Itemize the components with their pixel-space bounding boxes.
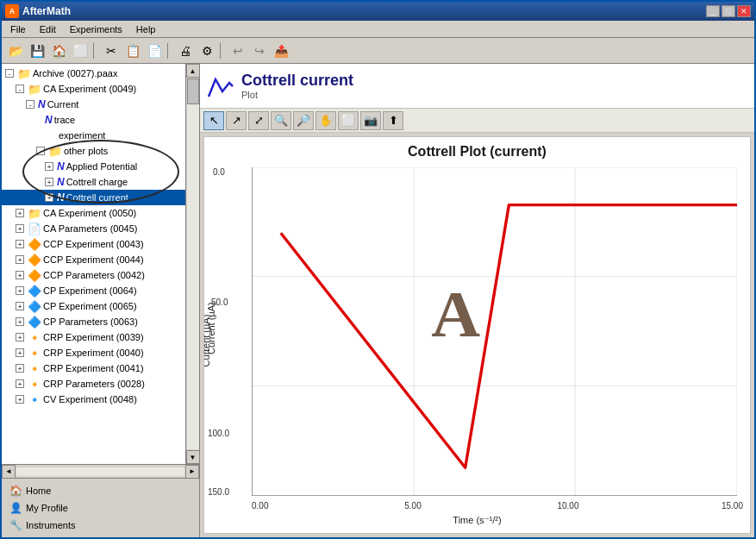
expand-crp0040[interactable]: + xyxy=(16,348,24,357)
nav-home[interactable]: 🏠 Home xyxy=(5,482,196,499)
tree-label-experiment: experiment xyxy=(59,130,105,141)
tree-item-cp0064[interactable]: + 🔷 CP Experiment (0064) xyxy=(2,283,185,298)
tree-item-ccp0044[interactable]: + 🔶 CCP Experiment (0044) xyxy=(2,252,185,267)
nav-instruments[interactable]: 🔧 Instruments xyxy=(5,517,196,534)
expand-archive[interactable]: - xyxy=(5,69,14,78)
tree-item-ca0049[interactable]: - 📁 CA Experiment (0049) xyxy=(2,81,185,97)
tree-item-cp-params0063[interactable]: + 🔷 CP Parameters (0063) xyxy=(2,314,185,329)
tree-item-crp0039[interactable]: + 🔸 CRP Experiment (0039) xyxy=(2,329,185,345)
tree-item-trace[interactable]: N trace xyxy=(2,112,185,128)
tb-new[interactable]: ⬜ xyxy=(70,41,91,61)
tree-scroll-area[interactable]: - 📁 Archive (0027).paax - 📁 CA Experimen… xyxy=(2,64,185,464)
tree-item-cottrell-current[interactable]: + N Cottrell current xyxy=(2,190,185,205)
horizontal-scrollbar[interactable]: ◄ ► xyxy=(2,464,199,478)
tree-item-crp0041[interactable]: + 🔸 CRP Experiment (0041) xyxy=(2,360,185,376)
plot-export[interactable]: ⬆ xyxy=(383,111,403,130)
tree-label-ccp0044: CCP Experiment (0044) xyxy=(43,254,144,265)
tree-item-ccp-params0042[interactable]: + 🔶 CCP Parameters (0042) xyxy=(2,267,185,283)
icon-cp0064: 🔷 xyxy=(28,285,41,298)
tb-redo[interactable]: ↪ xyxy=(249,41,270,61)
expand-crp0039[interactable]: + xyxy=(16,333,24,342)
expand-cp0064[interactable]: + xyxy=(16,286,24,295)
folder-icon-archive: 📁 xyxy=(17,67,31,80)
tb-open[interactable]: 📂 xyxy=(5,41,26,61)
scroll-right-button[interactable]: ► xyxy=(185,465,199,479)
expand-ca-params[interactable]: + xyxy=(16,224,24,233)
y-tick-100: 100.0 xyxy=(208,429,229,438)
icon-cv0048: 🔹 xyxy=(28,393,41,406)
tree-item-archive[interactable]: - 📁 Archive (0027).paax xyxy=(2,66,185,81)
tree-label-ca0050: CA Experiment (0050) xyxy=(43,208,136,218)
nav-profile[interactable]: 👤 My Profile xyxy=(5,499,196,517)
tree-container: - 📁 Archive (0027).paax - 📁 CA Experimen… xyxy=(2,64,199,464)
plot-select-button[interactable]: ↖ xyxy=(203,111,224,130)
scroll-thumb[interactable] xyxy=(187,78,199,104)
tb-print[interactable]: 🖨 xyxy=(175,41,196,61)
vertical-scrollbar[interactable]: ▲ ▼ xyxy=(185,64,199,464)
tree-item-experiment[interactable]: experiment xyxy=(2,128,185,143)
tree-item-other-plots[interactable]: - 📁 other plots xyxy=(2,143,185,159)
plot-zoom-select[interactable]: ↗ xyxy=(226,111,247,130)
expand-applied[interactable]: + xyxy=(45,162,53,171)
tree-item-cv0048[interactable]: + 🔹 CV Experiment (0048) xyxy=(2,392,185,407)
tb-undo[interactable]: ↩ xyxy=(228,41,248,61)
menu-edit[interactable]: Edit xyxy=(33,23,63,35)
expand-ccp0043[interactable]: + xyxy=(16,240,24,248)
expand-crp-params[interactable]: + xyxy=(16,379,24,388)
menu-help[interactable]: Help xyxy=(129,23,163,35)
expand-ca0050[interactable]: + xyxy=(16,209,24,217)
plot-pan[interactable]: ✋ xyxy=(316,111,336,130)
tb-export[interactable]: 📤 xyxy=(271,41,291,61)
tree-item-cp0065[interactable]: + 🔷 CP Experiment (0065) xyxy=(2,298,185,314)
tree-item-cottrell-charge[interactable]: + N Cottrell charge xyxy=(2,174,185,190)
tree-item-current[interactable]: - N Current xyxy=(2,97,185,112)
expand-charge[interactable]: + xyxy=(45,178,53,186)
scroll-left-button[interactable]: ◄ xyxy=(2,465,16,479)
scroll-down-button[interactable]: ▼ xyxy=(186,450,200,464)
plot-zoom-fit[interactable]: ⤢ xyxy=(248,111,269,130)
hscroll-track[interactable] xyxy=(16,467,184,476)
tb-cut[interactable]: ✂ xyxy=(101,41,122,61)
tb-paste[interactable]: 📄 xyxy=(144,41,165,61)
tree-item-crp0040[interactable]: + 🔸 CRP Experiment (0040) xyxy=(2,345,185,360)
tb-copy[interactable]: 📋 xyxy=(122,41,143,61)
tree-label-cottrell-current: Cottrell current xyxy=(66,192,128,203)
tb-settings[interactable]: ⚙ xyxy=(197,41,217,61)
instruments-icon: 🔧 xyxy=(9,518,22,532)
expand-cp-params[interactable]: + xyxy=(16,317,24,326)
toolbar-separator-2 xyxy=(167,43,172,59)
expand-crp0041[interactable]: + xyxy=(16,364,24,373)
tree-label-cottrell-charge: Cottrell charge xyxy=(66,177,128,187)
app-icon: A xyxy=(5,4,19,18)
plot-zoom-out[interactable]: 🔎 xyxy=(293,111,314,130)
tb-home[interactable]: 🏠 xyxy=(48,41,69,61)
app-icon-text: A xyxy=(9,7,16,16)
expand-cp0065[interactable]: + xyxy=(16,302,24,310)
tree-item-crp-params0028[interactable]: + 🔸 CRP Parameters (0028) xyxy=(2,376,185,392)
plot-snapshot[interactable]: 📷 xyxy=(360,111,381,130)
expand-cv0048[interactable]: + xyxy=(16,395,24,404)
tree-item-ca0050[interactable]: + 📁 CA Experiment (0050) xyxy=(2,205,185,221)
minimize-button[interactable]: _ xyxy=(706,5,720,17)
expand-ca0049[interactable]: - xyxy=(16,85,24,93)
expand-cottrell[interactable]: + xyxy=(45,193,53,202)
scroll-up-button[interactable]: ▲ xyxy=(186,64,200,78)
expand-current[interactable]: - xyxy=(26,100,34,109)
chart-area: Cottrell Plot (current) Current (µA) xyxy=(203,136,751,534)
maximize-button[interactable]: □ xyxy=(722,5,735,17)
plot-region[interactable]: ⬜ xyxy=(338,111,359,130)
expand-other-plots[interactable]: - xyxy=(36,147,45,155)
close-button[interactable]: ✕ xyxy=(737,5,751,17)
window-controls: _ □ ✕ xyxy=(706,5,751,17)
expand-ccp0044[interactable]: + xyxy=(16,255,24,264)
expand-ccp-params[interactable]: + xyxy=(16,271,24,279)
menu-file[interactable]: File xyxy=(3,23,33,35)
tree-item-applied-potential[interactable]: + N Applied Potential xyxy=(2,159,185,174)
icon-crp0039: 🔸 xyxy=(28,331,41,344)
tb-save[interactable]: 💾 xyxy=(27,41,47,61)
menu-experiments[interactable]: Experiments xyxy=(63,23,129,35)
tree-item-ccp0043[interactable]: + 🔶 CCP Experiment (0043) xyxy=(2,236,185,252)
scroll-track[interactable] xyxy=(187,78,199,449)
plot-zoom-in[interactable]: 🔍 xyxy=(271,111,291,130)
tree-item-ca-params0045[interactable]: + 📄 CA Parameters (0045) xyxy=(2,221,185,236)
